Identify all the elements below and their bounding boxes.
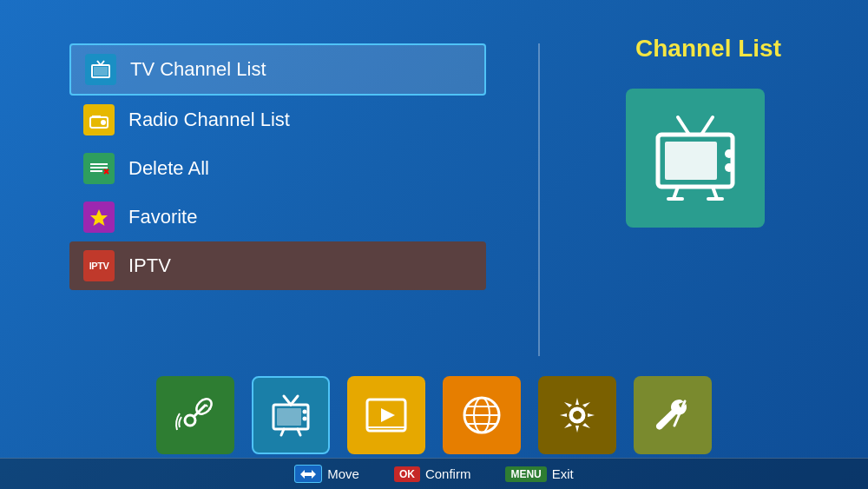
radio-channel-label: Radio Channel List (128, 109, 290, 131)
menu-list: TV Channel List Radio Channel List (69, 43, 486, 365)
radio-channel-icon (83, 104, 115, 135)
divider (538, 43, 540, 356)
svg-rect-6 (92, 116, 101, 117)
tv-icon-box (626, 89, 765, 228)
svg-rect-1 (94, 67, 108, 76)
menu-item-delete-all[interactable]: Delete All (69, 144, 486, 193)
internet-button[interactable] (443, 376, 521, 454)
settings-button[interactable] (538, 376, 616, 454)
menu-item-tv-channel-list[interactable]: TV Channel List (69, 43, 486, 96)
svg-rect-8 (90, 167, 108, 169)
right-panel: Channel List (575, 26, 816, 365)
media-button[interactable] (347, 376, 425, 454)
favorite-icon (83, 202, 115, 233)
svg-point-32 (303, 417, 307, 421)
delete-all-icon (83, 153, 115, 184)
move-badge (294, 465, 322, 483)
exit-badge: MENU (505, 466, 546, 482)
menu-item-iptv[interactable]: IPTV IPTV (69, 241, 486, 290)
svg-marker-36 (381, 408, 395, 422)
satellite-button[interactable] (156, 376, 234, 454)
svg-line-13 (678, 117, 689, 135)
tv-button[interactable] (252, 376, 330, 454)
favorite-label: Favorite (128, 206, 197, 228)
confirm-status: OK Confirm (394, 466, 471, 482)
svg-marker-12 (90, 209, 108, 226)
svg-marker-47 (300, 470, 316, 479)
svg-line-24 (194, 405, 206, 417)
svg-point-17 (725, 149, 733, 158)
svg-rect-16 (665, 142, 717, 180)
iptv-label: IPTV (128, 254, 171, 277)
tv-channel-icon (85, 54, 116, 85)
exit-label: Exit (552, 466, 574, 481)
svg-rect-7 (90, 163, 108, 165)
confirm-badge: OK (394, 466, 420, 482)
exit-status: MENU Exit (505, 466, 573, 482)
tv-channel-label: TV Channel List (130, 58, 266, 81)
svg-point-45 (572, 410, 582, 420)
menu-item-favorite[interactable]: Favorite (69, 193, 486, 241)
svg-rect-9 (90, 170, 102, 172)
menu-item-radio-channel-list[interactable]: Radio Channel List (69, 96, 486, 144)
iptv-icon: IPTV (83, 250, 115, 281)
svg-line-14 (701, 117, 713, 135)
svg-point-18 (725, 163, 733, 172)
tools-button[interactable] (634, 376, 712, 454)
status-bar: Move OK Confirm MENU Exit (0, 458, 868, 489)
delete-all-label: Delete All (128, 157, 209, 180)
panel-title: Channel List (635, 35, 781, 63)
svg-rect-30 (277, 408, 301, 426)
move-status: Move (294, 465, 359, 483)
svg-point-31 (303, 410, 307, 414)
bottom-toolbar (0, 376, 868, 454)
confirm-label: Confirm (425, 466, 471, 481)
svg-point-5 (101, 120, 106, 125)
move-label: Move (327, 466, 359, 481)
